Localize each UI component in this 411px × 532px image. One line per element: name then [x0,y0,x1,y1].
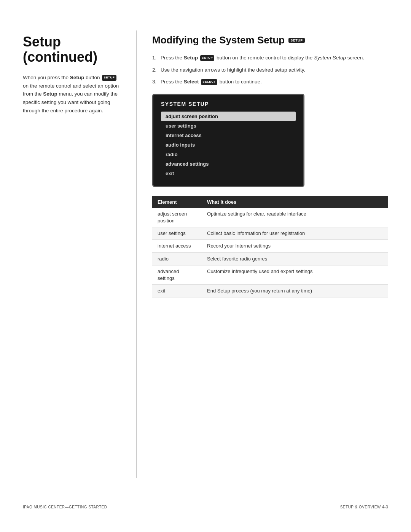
setup-badge-inline: SETUP [200,55,214,61]
system-setup-screen-title: SYSTEM SETUP [161,101,296,107]
desc-exit: End Setup process (you may return at any… [202,285,388,297]
instruction-item-1: 1. Press the Setup SETUP button on the r… [152,54,388,62]
menu-item-radio[interactable]: radio [161,150,296,159]
select-badge-inline: SELECT [201,79,217,85]
desc-adjust-screen: Optimize settings for clear, readable in… [202,208,388,227]
table-header: Element What it does [152,196,388,208]
section-title: Modifying the System Setup SETUP [152,34,388,46]
desc-radio: Select favorite radio genres [202,252,388,265]
instruction-text-3: Press the Select SELECT button to contin… [161,78,262,86]
left-column: Setup (continued) When you press the Set… [23,30,137,478]
col-header-element: Element [152,196,202,208]
instruction-item-3: 3. Press the Select SELECT button to con… [152,78,388,86]
element-radio: radio [152,252,202,265]
instruction-num-1: 1. [152,54,158,62]
table-row: radio Select favorite radio genres [152,252,388,265]
menu-item-exit[interactable]: exit [161,169,296,178]
table-body: adjust screen position Optimize settings… [152,208,388,297]
table-row: adjust screen position Optimize settings… [152,208,388,227]
instruction-item-2: 2. Use the navigation arrows to highligh… [152,66,388,74]
desc-user-settings: Collect basic information for user regis… [202,227,388,240]
element-exit: exit [152,285,202,297]
page-footer: iPAQ Music Center—Getting Started Setup … [23,501,388,509]
menu-item-user-settings[interactable]: user settings [161,121,296,131]
setup-badge-title: SETUP [288,38,305,43]
menu-item-audio-inputs[interactable]: audio inputs [161,140,296,150]
footer-right: Setup & Overview 4-3 [340,505,388,509]
left-description: When you press the Setup button SETUP on… [23,73,121,115]
instruction-num-2: 2. [152,66,158,74]
right-column: Modifying the System Setup SETUP 1. Pres… [137,30,388,478]
page-container: Setup (continued) When you press the Set… [0,0,411,532]
table-row: exit End Setup process (you may return a… [152,285,388,297]
setup-badge-left: SETUP [102,75,116,81]
menu-item-internet-access[interactable]: internet access [161,131,296,140]
element-internet-access: internet access [152,240,202,252]
menu-item-adjust-screen-position[interactable]: adjust screen position [161,112,296,121]
table-row: internet access Record your Internet set… [152,240,388,252]
instruction-text-1: Press the Setup SETUP button on the remo… [161,54,364,62]
menu-item-advanced-settings[interactable]: advanced settings [161,159,296,169]
table-row: advanced settings Customize infrequently… [152,265,388,284]
desc-advanced-settings: Customize infrequently used and expert s… [202,265,388,284]
element-user-settings: user settings [152,227,202,240]
system-setup-screen: SYSTEM SETUP adjust screen position user… [152,94,304,187]
page-title: Setup (continued) [23,34,121,64]
table-row: user settings Collect basic information … [152,227,388,240]
col-header-what-it-does: What it does [202,196,388,208]
table-header-row: Element What it does [152,196,388,208]
instruction-text-2: Use the navigation arrows to highlight t… [161,66,305,74]
main-content: Setup (continued) When you press the Set… [23,30,388,478]
instruction-num-3: 3. [152,78,158,86]
section-title-text: Modifying the System Setup [152,34,285,46]
info-table: Element What it does adjust screen posit… [152,196,388,298]
desc-internet-access: Record your Internet settings [202,240,388,252]
instructions-list: 1. Press the Setup SETUP button on the r… [152,54,388,86]
element-advanced-settings: advanced settings [152,265,202,284]
footer-left: iPAQ Music Center—Getting Started [23,505,107,509]
element-adjust-screen: adjust screen position [152,208,202,227]
